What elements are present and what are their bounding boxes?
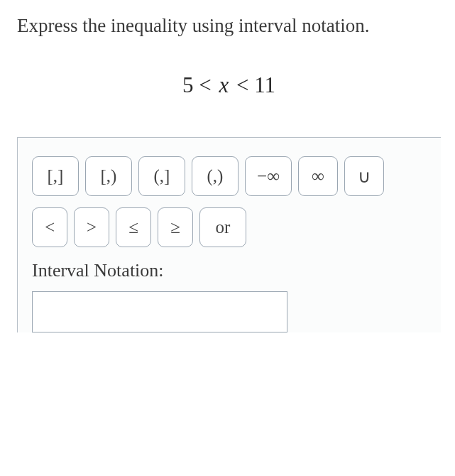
geq-button[interactable]: ≥: [158, 207, 193, 247]
button-row-2: < > ≤ ≥ or: [32, 207, 441, 247]
question-prompt: Express the inequality using interval no…: [17, 13, 441, 38]
button-row-1: [,] [,) (,] (,) −∞ ∞ ∪: [32, 156, 441, 196]
closed-open-button[interactable]: [,): [85, 156, 132, 196]
closed-closed-button[interactable]: [,]: [32, 156, 79, 196]
expr-var: x: [219, 72, 229, 97]
or-button[interactable]: or: [199, 207, 246, 247]
page-container: Express the inequality using interval no…: [0, 0, 455, 332]
neg-infinity-button[interactable]: −∞: [245, 156, 292, 196]
infinity-button[interactable]: ∞: [298, 156, 338, 196]
expr-left: 5: [182, 72, 194, 97]
inequality-expression: 5 < x < 11: [17, 72, 441, 98]
greater-than-button[interactable]: >: [74, 207, 109, 247]
open-open-button[interactable]: (,): [192, 156, 239, 196]
open-closed-button[interactable]: (,]: [138, 156, 185, 196]
expr-op2: <: [236, 72, 248, 97]
interval-notation-input[interactable]: [32, 291, 287, 332]
less-than-button[interactable]: <: [32, 207, 67, 247]
union-button[interactable]: ∪: [344, 156, 384, 196]
answer-label: Interval Notation:: [32, 260, 441, 281]
expr-op1: <: [199, 72, 211, 97]
expr-right: 11: [254, 72, 275, 97]
leq-button[interactable]: ≤: [116, 207, 151, 247]
input-panel: [,] [,) (,] (,) −∞ ∞ ∪ < > ≤ ≥ or Interv…: [17, 137, 441, 332]
